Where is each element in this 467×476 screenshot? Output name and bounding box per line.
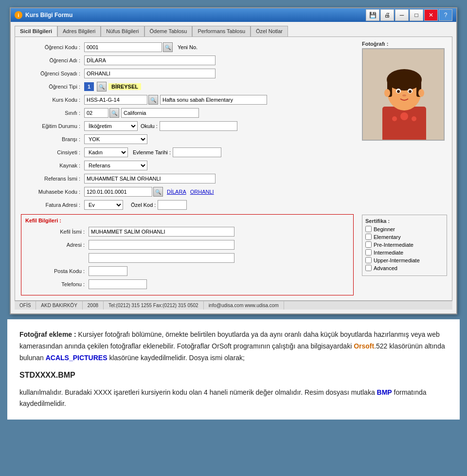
bransi-label: Branşı : [21, 136, 84, 142]
cert-elementary-checkbox[interactable] [365, 234, 372, 240]
dilara-link[interactable]: DİLARA [167, 189, 186, 195]
cert-pre-intermediate-label: Pre-Intermediate [374, 242, 413, 248]
posta-kodu-label: Posta Kodu : [25, 268, 89, 274]
egitim-durumu-select[interactable]: İlköğretim Lise Üniversite [84, 121, 138, 131]
kefil-adresi-input2[interactable] [89, 253, 234, 263]
svg-point-14 [402, 94, 406, 96]
kaynak-select[interactable]: Referans [84, 161, 147, 170]
cert-advanced-checkbox[interactable] [365, 265, 372, 271]
cert-pre-intermediate: Pre-Intermediate [365, 241, 444, 248]
print-toolbar-btn[interactable]: 🖨 [380, 9, 394, 21]
tab-nufus[interactable]: Nüfus Bilgileri [101, 26, 144, 37]
ogrenci-soyadi-row: Öğrenci Soyadı : [21, 68, 354, 79]
fotograf-ekleme-title: Fotoğraf ekleme : [19, 330, 76, 338]
kefil-ismi-label: Kefil İsmi : [25, 229, 89, 235]
telefonu-row: Telefonu : [25, 279, 349, 290]
hafta-input[interactable] [160, 95, 267, 105]
posta-kodu-row: Posta Kodu : [25, 266, 349, 276]
kefil-adresi-row: Adresi : [25, 239, 349, 250]
cert-beginner-checkbox[interactable] [365, 226, 372, 232]
student-photo [363, 48, 444, 141]
kurs-kodu-input[interactable] [84, 95, 147, 105]
bransi-row: Branşı : YOK [21, 134, 354, 145]
sinifi-search-btn[interactable]: 🔍 [109, 108, 119, 118]
okulu-label: Okulu : [141, 123, 158, 129]
sertifika-label: Sertifika : [365, 218, 444, 224]
svg-point-15 [384, 89, 390, 97]
main-content: Sicil Bilgileri Adres Bilgileri Nüfus Bi… [11, 22, 456, 313]
ogrenci-kodu-input[interactable] [84, 42, 162, 52]
cinsiyeti-select[interactable]: Kadın Erkek [84, 147, 128, 157]
ogrenci-soyadi-label: Öğrenci Soyadı : [21, 71, 84, 76]
referans-ismi-input[interactable] [84, 174, 216, 183]
orhanli-link[interactable]: ORHANLI [190, 189, 214, 195]
tab-ozel[interactable]: Özel Notlar [251, 26, 288, 37]
svg-point-12 [397, 90, 400, 93]
help-btn[interactable]: ? [439, 9, 452, 21]
tab-adres[interactable]: Adres Bilgileri [57, 26, 101, 37]
maximize-btn[interactable]: □ [410, 9, 423, 21]
save-toolbar-btn[interactable]: 💾 [366, 9, 379, 21]
ogrenci-adi-input[interactable] [84, 55, 216, 65]
yeni-no-label: Yeni No. [178, 44, 198, 50]
cert-pre-intermediate-checkbox[interactable] [365, 241, 372, 248]
muhasebe-kodu-row: Muhasebe Kodu : 🔍 DİLARA ORHANLI [21, 186, 354, 197]
cert-upper-intermediate-checkbox[interactable] [365, 257, 372, 263]
status-tel: Tel:(0212) 315 1255 Fax:(0212) 315 0502 [104, 301, 204, 310]
cert-upper-intermediate-label: Upper-Intermediate [374, 257, 420, 263]
ogrenci-kodu-search-btn[interactable]: 🔍 [163, 42, 173, 52]
evlenme-tarihi-label: Evlenme Tarihi : [133, 149, 171, 155]
sinifi-input[interactable] [84, 108, 108, 118]
ogrenci-kodu-label: Öğrenci Kodu : [21, 44, 84, 50]
title-bar: i Kurs Bilgi Formu 💾 🖨 ─ □ ✕ ? [11, 8, 456, 22]
kefil-adresi-row2 [25, 253, 349, 263]
text-paragraph-2: kullanılmalıdır. Buradaki XXXX işaretler… [19, 387, 448, 410]
text-paragraph-1: Fotoğraf ekleme : Kursiyer fotoğrafı böl… [19, 329, 448, 364]
kefil-ismi-row: Kefil İsmi : [25, 226, 349, 237]
tab-odeme[interactable]: Ödeme Tablosu [144, 26, 193, 37]
ogrenci-kodu-row: Öğrenci Kodu : 🔍 Yeni No. [21, 42, 354, 53]
cert-intermediate-checkbox[interactable] [365, 249, 372, 256]
california-input[interactable] [121, 108, 199, 118]
tab-performans[interactable]: Performans Tablosu [192, 26, 251, 37]
cert-elementary: Elementary [365, 234, 444, 240]
cert-intermediate: Intermediate [365, 249, 444, 256]
minimize-btn[interactable]: ─ [395, 9, 409, 21]
cert-advanced-label: Advanced [374, 265, 397, 271]
kaynak-label: Kaynak : [21, 163, 84, 168]
telefonu-input[interactable] [89, 279, 147, 289]
ogrenci-soyadi-input[interactable] [84, 69, 216, 78]
evlenme-tarihi-input[interactable] [173, 147, 221, 157]
fatura-adresi-label: Fatura Adresi : [21, 202, 84, 208]
orsoft-link[interactable]: Orsoft [354, 342, 374, 350]
window-icon: i [15, 11, 22, 19]
fatura-adresi-select[interactable]: Ev İş [84, 200, 123, 210]
tab-sicil[interactable]: Sicil Bilgileri [15, 26, 57, 37]
cinsiyeti-row: Cinsiyeti : Kadın Erkek Evlenme Tarihi : [21, 147, 354, 158]
ogrenci-tipi-search-btn[interactable]: 🔍 [97, 82, 107, 92]
kaynak-row: Kaynak : Referans [21, 160, 354, 171]
posta-kodu-input[interactable] [89, 266, 127, 276]
close-btn[interactable]: ✕ [424, 9, 438, 21]
kefil-ismi-input[interactable] [89, 227, 234, 237]
cert-beginner-label: Beginner [374, 226, 395, 232]
kefil-adresi-input1[interactable] [89, 240, 234, 250]
sinifi-row: Sınıfı : 🔍 [21, 108, 354, 118]
ozel-kod-input[interactable] [158, 200, 187, 210]
fatura-adresi-row: Fatura Adresi : Ev İş Özel Kod : [21, 200, 354, 210]
cert-upper-intermediate: Upper-Intermediate [365, 257, 444, 263]
svg-point-13 [409, 90, 412, 93]
ozel-kod-label: Özel Kod : [131, 202, 156, 208]
okulu-input[interactable] [160, 121, 237, 131]
muhasebe-kodu-search-btn[interactable]: 🔍 [153, 187, 163, 197]
form-panel: Fotoğrafı : [15, 37, 452, 301]
muhasebe-kodu-label: Muhasebe Kodu : [21, 189, 84, 195]
sinifi-label: Sınıfı : [21, 110, 84, 116]
std-code: STDXXXX.BMP [19, 368, 448, 382]
bransi-select[interactable]: YOK [84, 134, 147, 144]
muhasebe-kodu-input[interactable] [84, 187, 152, 197]
kurs-kodu-search-btn[interactable]: 🔍 [148, 95, 158, 105]
egitim-durumu-label: Eğitim Durumu : [21, 123, 84, 129]
kefil-title: Kefil Bilgileri : [25, 218, 349, 223]
ogrenci-tipi-row: Öğrenci Tipi : 1 🔍 BİREYSEL [21, 81, 354, 92]
